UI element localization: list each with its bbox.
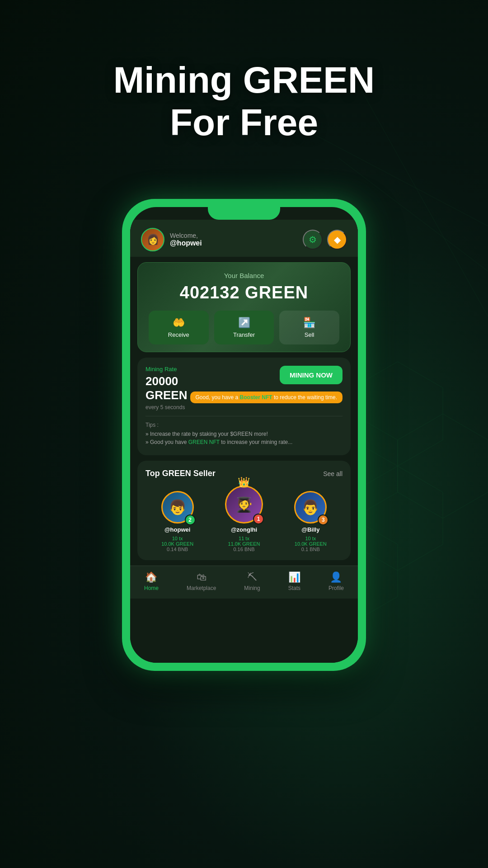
seller-1-name: @zonglhi	[231, 526, 257, 533]
welcome-text: Welcome, @hopwei	[170, 232, 202, 247]
seller-3-green: 10.0K GREEN	[295, 541, 327, 547]
seller-3-avatar-wrap: 👨 3	[294, 491, 327, 524]
avatar: 👩	[141, 228, 164, 251]
nav-marketplace[interactable]: 🛍 Marketplace	[187, 571, 216, 591]
seller-2-green: 10.0K GREEN	[161, 541, 193, 547]
header-user: 👩 Welcome, @hopwei	[141, 228, 202, 251]
mining-icon: ⛏	[247, 571, 257, 583]
hero-section: Mining GREEN For Free	[0, 59, 488, 144]
seller-3-bnb: 0.1 BNB	[295, 547, 327, 552]
nav-profile[interactable]: 👤 Profile	[328, 571, 344, 591]
mining-interval: every 5 seconds	[145, 404, 190, 410]
stats-icon: 📊	[288, 571, 300, 583]
receive-button[interactable]: 🤲 Receive	[149, 311, 209, 344]
nav-stats[interactable]: 📊 Stats	[288, 571, 300, 591]
mining-left: Mining Rate 20000 GREEN every 5 seconds	[145, 366, 190, 410]
marketplace-icon: 🛍	[197, 571, 206, 583]
app-header: 👩 Welcome, @hopwei ⚙ ◆	[130, 220, 358, 257]
see-all-button[interactable]: See all	[323, 470, 343, 477]
mining-amount: 20000 GREEN	[145, 374, 190, 402]
stats-label: Stats	[288, 585, 300, 591]
booster-text: Good, you have a	[196, 394, 240, 401]
profile-label: Profile	[328, 585, 344, 591]
mining-rate-label: Mining Rate	[145, 366, 190, 373]
mining-section: Mining Rate 20000 GREEN every 5 seconds …	[137, 358, 351, 455]
seller-1-txs: 11 tx	[228, 536, 260, 541]
binance-button[interactable]: ◆	[327, 230, 347, 250]
hero-line2: For Free	[170, 102, 318, 143]
seller-1-stats: 11 tx 11.0K GREEN 0.16 BNB	[228, 536, 260, 552]
tip-2-prefix: » Good you have	[145, 439, 188, 445]
notification-button[interactable]: ⚙	[303, 230, 323, 250]
seller-1-rank-badge: 1	[253, 514, 264, 524]
seller-1-avatar-wrap: 👑 🧑‍🎓 1	[225, 486, 263, 524]
tip-line-1: » Increase the rate by staking your $GRE…	[145, 431, 343, 437]
seller-2-bnb: 0.14 BNB	[161, 547, 193, 552]
phone-screen: 👩 Welcome, @hopwei ⚙ ◆ Your Balance 4021	[130, 220, 358, 663]
tip-line-2: » Good you have GREEN NFT to increase yo…	[145, 439, 343, 445]
seller-2-stats: 10 tx 10.0K GREEN 0.14 BNB	[161, 536, 193, 552]
mining-label: Mining	[244, 585, 260, 591]
action-buttons: 🤲 Receive ↗️ Transfer 🏪 Sell	[149, 311, 339, 344]
mining-right: MINING NOW Good, you have a Booster NFT …	[190, 366, 343, 403]
sellers-row: 👦 2 @hopwei 10 tx 10.0K GREEN 0.14 BNB	[145, 486, 343, 552]
receive-icon: 🤲	[173, 317, 185, 329]
phone-frame: 👩 Welcome, @hopwei ⚙ ◆ Your Balance 4021	[122, 199, 366, 671]
phone-mockup: 👩 Welcome, @hopwei ⚙ ◆ Your Balance 4021	[122, 199, 366, 671]
sell-button[interactable]: 🏪 Sell	[279, 311, 339, 344]
balance-amount: 402132 GREEN	[149, 283, 339, 302]
mining-now-button[interactable]: MINING NOW	[280, 366, 343, 384]
seller-rank2: 👦 2 @hopwei 10 tx 10.0K GREEN 0.14 BNB	[161, 491, 194, 552]
tip-green-nft: GREEN NFT	[188, 439, 220, 445]
seller-2-rank-badge: 2	[185, 514, 196, 525]
profile-icon: 👤	[330, 571, 342, 583]
booster-note: Good, you have a Booster NFT to reduce t…	[190, 392, 343, 403]
seller-3-name: @Billy	[301, 526, 319, 533]
phone-notch	[208, 207, 280, 220]
balance-card: Your Balance 402132 GREEN 🤲 Receive ↗️ T…	[137, 262, 351, 352]
seller-1-bnb: 0.16 BNB	[228, 547, 260, 552]
hero-line1: Mining GREEN	[113, 59, 375, 100]
top-seller-section: Top GREEN Seller See all 👦 2 @hopwei	[137, 461, 351, 560]
nav-mining[interactable]: ⛏ Mining	[244, 571, 260, 591]
tip-2-suffix: to increase your mining rate...	[220, 439, 292, 445]
booster-suffix: to reduce the waiting time.	[272, 394, 337, 401]
nav-home[interactable]: 🏠 Home	[144, 571, 159, 591]
crown-icon: 👑	[238, 476, 250, 488]
transfer-button[interactable]: ↗️ Transfer	[214, 311, 274, 344]
seller-3-txs: 10 tx	[295, 536, 327, 541]
sell-label: Sell	[305, 331, 314, 338]
phone-inner: 👩 Welcome, @hopwei ⚙ ◆ Your Balance 4021	[130, 207, 358, 663]
header-icons: ⚙ ◆	[303, 230, 347, 250]
tips-section: Tips : » Increase the rate by staking yo…	[145, 416, 343, 445]
username: @hopwei	[170, 239, 202, 247]
seller-1-green: 11.0K GREEN	[228, 541, 260, 547]
seller-3-rank-badge: 3	[318, 514, 328, 525]
seller-2-txs: 10 tx	[161, 536, 193, 541]
welcome-label: Welcome,	[170, 232, 202, 239]
booster-highlight: Booster NFT	[240, 394, 272, 401]
tips-label: Tips :	[145, 422, 343, 428]
home-label: Home	[144, 585, 159, 591]
seller-rank1: 👑 🧑‍🎓 1 @zonglhi 11 tx 11.0K GREEN 0.16 …	[225, 486, 263, 552]
bottom-nav: 🏠 Home 🛍 Marketplace ⛏ Mining 📊 Stats	[130, 566, 358, 599]
seller-2-name: @hopwei	[164, 526, 190, 533]
tip-1-text: » Increase the rate by staking your $GRE…	[145, 431, 268, 437]
transfer-icon: ↗️	[238, 317, 250, 329]
seller-3-stats: 10 tx 10.0K GREEN 0.1 BNB	[295, 536, 327, 552]
home-icon: 🏠	[145, 571, 157, 583]
sell-icon: 🏪	[303, 317, 315, 329]
seller-rank3: 👨 3 @Billy 10 tx 10.0K GREEN 0.1 BNB	[294, 491, 327, 552]
receive-label: Receive	[168, 331, 189, 338]
mining-top: Mining Rate 20000 GREEN every 5 seconds …	[145, 366, 343, 410]
transfer-label: Transfer	[233, 331, 255, 338]
marketplace-label: Marketplace	[187, 585, 216, 591]
section-title: Top GREEN Seller	[145, 469, 216, 478]
seller-2-avatar-wrap: 👦 2	[161, 491, 194, 524]
balance-label: Your Balance	[149, 272, 339, 279]
